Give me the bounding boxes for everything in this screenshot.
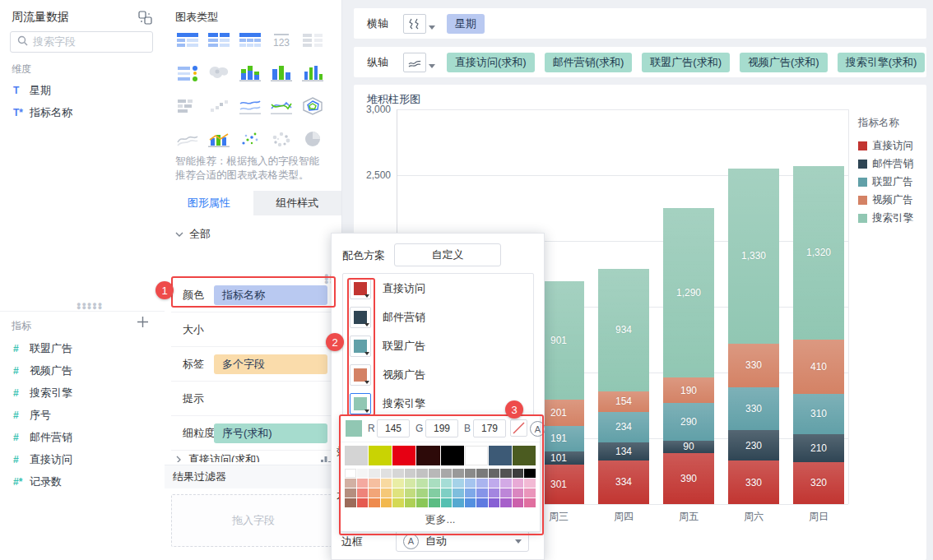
bar-segment-邮件营销[interactable]: 230 <box>728 430 779 460</box>
curve-icon[interactable] <box>175 128 200 150</box>
bar-segment-联盟广告[interactable]: 310 <box>793 394 844 435</box>
palette-swatch[interactable] <box>369 488 380 498</box>
palette-swatch[interactable] <box>381 498 392 507</box>
add-measure-button[interactable] <box>137 316 149 331</box>
r-input[interactable]: 145 <box>377 419 410 437</box>
palette-swatch[interactable] <box>392 488 404 498</box>
palette-swatch[interactable] <box>369 479 380 488</box>
legend-item-搜索引擎[interactable]: 搜索引擎 <box>858 209 924 227</box>
palette-swatch[interactable] <box>416 446 439 465</box>
palette-swatch[interactable] <box>357 488 369 498</box>
palette-swatch[interactable] <box>416 469 428 478</box>
field-pill[interactable]: 联盟广告(求和) <box>642 53 730 72</box>
table-cross-icon[interactable] <box>238 30 262 51</box>
palette-swatch[interactable] <box>405 469 416 478</box>
tab-component-style[interactable]: 组件样式 <box>253 191 342 215</box>
border-select[interactable]: A 自动 <box>396 530 529 552</box>
field-pill[interactable]: 邮件营销(求和) <box>545 53 633 72</box>
dot-cluster-icon[interactable] <box>269 128 294 150</box>
bar-segment-直接访问[interactable]: 330 <box>728 460 779 504</box>
palette-swatch[interactable] <box>524 479 536 488</box>
palette-swatch[interactable] <box>465 498 476 507</box>
palette-swatch[interactable] <box>513 479 524 488</box>
palette-swatch[interactable] <box>441 479 453 488</box>
field-pill[interactable]: 视频广告(求和) <box>740 53 828 72</box>
palette-swatch[interactable] <box>392 446 415 465</box>
palette-swatch[interactable] <box>513 498 524 507</box>
palette-swatch[interactable] <box>513 469 524 478</box>
field-pill[interactable]: 搜索引擎(求和) <box>838 53 926 72</box>
palette-swatch[interactable] <box>500 488 512 498</box>
line-area-icon[interactable] <box>269 95 294 117</box>
bar-segment-视频广告[interactable]: 190 <box>663 377 714 402</box>
palette-swatch[interactable] <box>500 469 512 478</box>
palette-swatch[interactable] <box>465 469 476 478</box>
palette-swatch[interactable] <box>489 479 500 488</box>
measure-item[interactable]: #邮件营销 <box>0 426 165 448</box>
palette-swatch[interactable] <box>345 488 356 498</box>
bar-segment-直接访问[interactable]: 320 <box>793 462 844 504</box>
property-pill[interactable]: 指标名称 <box>214 285 327 305</box>
palette-swatch[interactable] <box>345 446 368 465</box>
table-group-icon[interactable] <box>207 30 231 51</box>
palette-swatch[interactable] <box>489 469 500 478</box>
bar-segment-联盟广告[interactable]: 330 <box>728 387 779 431</box>
color-swatch-button[interactable] <box>350 364 371 386</box>
horizontal-bar-icon[interactable] <box>175 95 200 117</box>
palette-swatch[interactable] <box>453 488 464 498</box>
grouped-column-icon[interactable] <box>269 62 294 84</box>
all-section-toggle[interactable]: 全部 <box>175 227 211 242</box>
palette-swatch[interactable] <box>465 479 476 488</box>
bar-segment-邮件营销[interactable]: 210 <box>793 434 844 462</box>
legend-item-直接访问[interactable]: 直接访问 <box>858 137 924 155</box>
palette-swatch[interactable] <box>524 469 536 478</box>
stacked-column-icon[interactable] <box>238 62 262 84</box>
field-pill[interactable]: 直接访问(求和) <box>447 53 535 72</box>
color-swatch-button[interactable] <box>350 278 371 299</box>
palette-swatch[interactable] <box>429 498 440 507</box>
measure-item[interactable]: #搜索引擎 <box>0 382 165 404</box>
pie-icon[interactable] <box>300 128 325 150</box>
bar-segment-直接访问[interactable]: 334 <box>598 460 649 504</box>
palette-swatch[interactable] <box>500 498 512 507</box>
palette-swatch[interactable] <box>369 469 380 478</box>
palette-swatch[interactable] <box>405 488 416 498</box>
palette-swatch[interactable] <box>416 479 428 488</box>
palette-swatch[interactable] <box>345 469 356 478</box>
legend-item-联盟广告[interactable]: 联盟广告 <box>858 173 924 191</box>
palette-swatch[interactable] <box>392 469 404 478</box>
palette-swatch[interactable] <box>465 446 488 465</box>
chevron-down-icon[interactable] <box>429 25 435 30</box>
property-pill[interactable]: 序号(求和) <box>214 423 327 443</box>
palette-swatch[interactable] <box>416 498 428 507</box>
palette-swatch[interactable] <box>441 469 453 478</box>
switch-dataset-icon[interactable] <box>138 11 152 27</box>
tab-graphic-properties[interactable]: 图形属性 <box>165 191 253 215</box>
bar-segment-搜索引擎[interactable]: 1,290 <box>663 208 714 377</box>
palette-swatch[interactable] <box>381 488 392 498</box>
palette-swatch[interactable] <box>392 498 404 507</box>
bar-segment-视频广告[interactable]: 410 <box>793 340 844 394</box>
palette-swatch[interactable] <box>357 498 369 507</box>
panel-resize-handle[interactable]: ●●●●●●●●●● <box>77 303 103 309</box>
bar-segment-视频广告[interactable]: 154 <box>598 391 649 412</box>
gray-scatter-icon[interactable] <box>207 95 231 117</box>
bar-segment-联盟广告[interactable]: 290 <box>663 403 714 441</box>
measure-item[interactable]: #*记录数 <box>0 470 165 493</box>
palette-swatch[interactable] <box>345 479 356 488</box>
bar-segment-联盟广告[interactable]: 234 <box>598 412 649 442</box>
palette-swatch[interactable] <box>441 488 453 498</box>
palette-swatch[interactable] <box>416 488 428 498</box>
palette-swatch[interactable] <box>489 446 512 465</box>
color-swatch-button[interactable] <box>350 393 371 414</box>
palette-swatch[interactable] <box>476 479 488 488</box>
palette-swatch[interactable] <box>405 479 416 488</box>
series-section-collapsed[interactable]: 直接访问(求和) <box>165 449 341 462</box>
panel-resize-handle[interactable]: ●●●●●● <box>324 274 331 284</box>
measure-item[interactable]: #联盟广告 <box>0 337 165 359</box>
auto-color-icon[interactable]: A <box>530 421 545 437</box>
g-input[interactable]: 199 <box>425 419 458 437</box>
palette-swatch[interactable] <box>465 488 476 498</box>
search-input[interactable]: 搜索字段 <box>10 31 153 53</box>
palette-swatch[interactable] <box>369 498 380 507</box>
